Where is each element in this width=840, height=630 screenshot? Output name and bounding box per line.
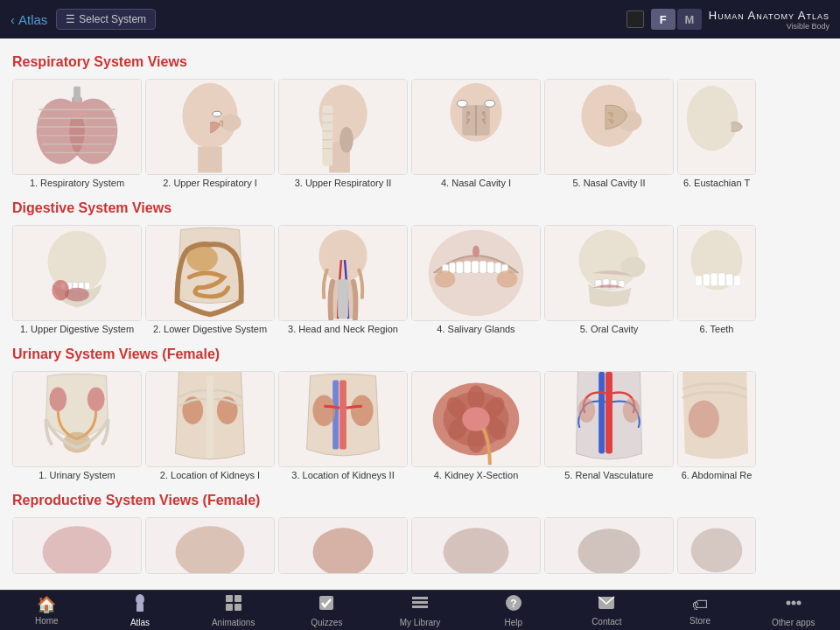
list-item[interactable]: 2. Lower Digestive System bbox=[145, 225, 275, 334]
back-button[interactable]: ‹ Atlas bbox=[10, 12, 47, 27]
thumbnail-teeth[interactable] bbox=[677, 225, 756, 321]
svg-rect-79 bbox=[726, 274, 733, 286]
nav-library-label: My Library bbox=[400, 618, 441, 627]
nav-help-label: Help bbox=[504, 618, 522, 627]
svg-point-107 bbox=[578, 398, 595, 423]
svg-rect-125 bbox=[226, 595, 233, 602]
svg-rect-78 bbox=[718, 273, 725, 286]
reproductive-grid bbox=[12, 517, 828, 574]
nav-quizzes-label: Quizzes bbox=[311, 618, 342, 627]
female-button[interactable]: F bbox=[651, 9, 676, 30]
list-item[interactable]: 5. Oral Cavity bbox=[544, 225, 674, 334]
male-button[interactable]: M bbox=[677, 9, 702, 30]
nav-store-label: Store bbox=[690, 616, 710, 626]
list-item[interactable]: 2. Upper Respiratory I bbox=[145, 79, 275, 188]
nav-atlas[interactable]: Atlas bbox=[94, 591, 187, 630]
list-item[interactable]: 4. Nasal Cavity I bbox=[411, 79, 541, 188]
thumbnail-head-neck-region[interactable] bbox=[278, 225, 408, 321]
urinary-grid: 1. Urinary System bbox=[12, 371, 828, 480]
list-item[interactable] bbox=[278, 517, 408, 574]
list-item[interactable] bbox=[12, 517, 142, 574]
nav-animations[interactable]: Animations bbox=[186, 591, 280, 630]
thumbnail-repro-1[interactable] bbox=[12, 517, 142, 574]
thumbnail-lower-digestive[interactable] bbox=[145, 225, 275, 321]
list-item[interactable]: 5. Nasal Cavity II bbox=[544, 79, 674, 188]
thumbnail-abdominal[interactable] bbox=[677, 371, 756, 467]
list-item[interactable]: 6. Teeth bbox=[677, 225, 756, 334]
thumbnail-urinary-system[interactable] bbox=[12, 371, 142, 467]
thumbnail-location-kidneys-1[interactable] bbox=[145, 371, 275, 467]
thumbnail-respiratory-system[interactable] bbox=[12, 79, 142, 175]
thumbnail-eustachian[interactable] bbox=[677, 79, 756, 175]
nav-animations-label: Animations bbox=[212, 618, 255, 627]
section-urinary: Urinary System Views (Female) bbox=[12, 346, 828, 480]
svg-rect-75 bbox=[696, 276, 703, 286]
nav-home[interactable]: 🏠 Home bbox=[0, 591, 94, 630]
thumb-label: 6. Eustachian T bbox=[683, 178, 750, 188]
thumbnail-location-kidneys-2[interactable] bbox=[278, 371, 408, 467]
list-item[interactable] bbox=[145, 517, 275, 574]
thumbnail-repro-3[interactable] bbox=[278, 517, 408, 574]
svg-rect-132 bbox=[412, 606, 428, 608]
thumbnail-renal-vasculature[interactable] bbox=[544, 371, 674, 467]
thumbnail-kidney-x-section[interactable] bbox=[411, 371, 541, 467]
list-item[interactable]: 1. Upper Digestive System bbox=[12, 225, 142, 334]
svg-rect-80 bbox=[734, 276, 741, 286]
thumbnail-repro-4[interactable] bbox=[411, 517, 541, 574]
main-content: Respiratory System Views bbox=[0, 38, 840, 590]
svg-point-82 bbox=[49, 388, 66, 412]
select-system-label: Select System bbox=[79, 13, 146, 25]
svg-rect-57 bbox=[464, 261, 471, 273]
other-apps-icon bbox=[785, 594, 802, 616]
header-left: ‹ Atlas ☰ Select System bbox=[10, 9, 156, 30]
svg-rect-58 bbox=[472, 261, 479, 273]
list-item[interactable] bbox=[544, 517, 674, 574]
svg-point-83 bbox=[88, 388, 105, 412]
back-chevron-icon: ‹ bbox=[10, 12, 15, 27]
thumbnail-oral-cavity[interactable] bbox=[544, 225, 674, 321]
svg-point-116 bbox=[312, 528, 373, 574]
svg-rect-51 bbox=[338, 279, 348, 318]
svg-rect-59 bbox=[480, 261, 486, 273]
list-item[interactable]: 1. Respiratory System bbox=[12, 79, 142, 188]
list-item[interactable]: 3. Upper Respiratory II bbox=[278, 79, 408, 188]
nav-quizzes[interactable]: Quizzes bbox=[280, 591, 374, 630]
thumb-label: 3. Head and Neck Region bbox=[288, 324, 398, 334]
select-system-button[interactable]: ☰ Select System bbox=[56, 9, 156, 30]
thumbnail-nasal-cavity-1[interactable] bbox=[411, 79, 541, 175]
color-swatch[interactable] bbox=[626, 10, 644, 28]
nav-help[interactable]: ? Help bbox=[466, 591, 560, 630]
thumbnail-repro-2[interactable] bbox=[145, 517, 275, 574]
app-subtitle: Visible Body bbox=[709, 22, 830, 31]
list-item[interactable]: 4. Kidney X-Section bbox=[411, 371, 541, 480]
thumb-label: 1. Urinary System bbox=[38, 470, 115, 480]
thumbnail-repro-5[interactable] bbox=[544, 517, 674, 574]
help-icon: ? bbox=[505, 594, 522, 616]
home-icon: 🏠 bbox=[37, 595, 56, 614]
thumb-label: 2. Location of Kidneys I bbox=[160, 470, 260, 480]
nav-store[interactable]: 🏷 Store bbox=[654, 591, 747, 630]
thumbnail-upper-respiratory-1[interactable] bbox=[145, 79, 275, 175]
list-item[interactable]: 2. Location of Kidneys I bbox=[145, 371, 275, 480]
list-item[interactable]: 3. Location of Kidneys II bbox=[278, 371, 408, 480]
thumbnail-salivary-glands[interactable] bbox=[411, 225, 541, 321]
thumbnail-nasal-cavity-2[interactable] bbox=[544, 79, 674, 175]
list-item[interactable] bbox=[677, 517, 756, 574]
svg-point-138 bbox=[796, 600, 801, 605]
list-item[interactable]: 1. Urinary System bbox=[12, 371, 142, 480]
thumbnail-upper-digestive[interactable] bbox=[12, 225, 142, 321]
thumbnail-repro-6[interactable] bbox=[677, 517, 756, 574]
nav-contact[interactable]: Contact bbox=[560, 591, 654, 630]
list-item[interactable]: 6. Eustachian T bbox=[677, 79, 756, 188]
list-item[interactable]: 4. Salivary Glands bbox=[411, 225, 541, 334]
list-item[interactable]: 3. Head and Neck Region bbox=[278, 225, 408, 334]
thumbnail-upper-respiratory-2[interactable] bbox=[278, 79, 408, 175]
list-item[interactable] bbox=[411, 517, 541, 574]
section-reproductive: Reproductive System Views (Female) bbox=[12, 493, 828, 574]
nav-library[interactable]: My Library bbox=[374, 591, 467, 630]
list-item[interactable]: 6. Abdominal Re bbox=[677, 371, 756, 480]
svg-point-36 bbox=[687, 86, 738, 150]
menu-icon: ☰ bbox=[66, 13, 75, 25]
nav-other-apps[interactable]: Other apps bbox=[746, 591, 840, 630]
list-item[interactable]: 5. Renal Vasculature bbox=[544, 371, 674, 480]
